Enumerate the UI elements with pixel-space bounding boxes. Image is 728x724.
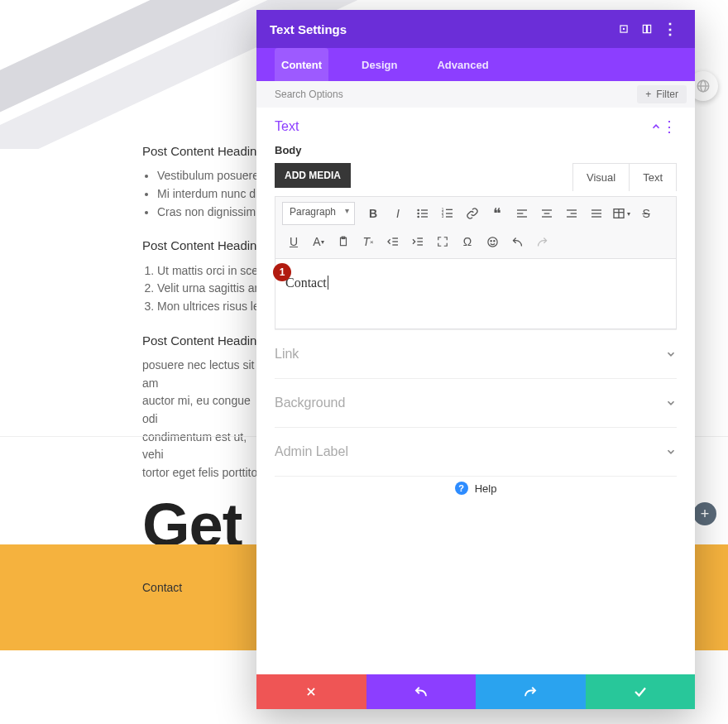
chevron-up-icon[interactable] bbox=[650, 121, 662, 132]
svg-rect-19 bbox=[446, 216, 453, 217]
redo-button[interactable] bbox=[476, 674, 586, 709]
svg-rect-11 bbox=[421, 213, 428, 213]
blockquote-icon[interactable]: ❝ bbox=[486, 202, 509, 225]
svg-rect-7 bbox=[648, 25, 651, 32]
undo-button[interactable] bbox=[366, 674, 477, 709]
undo-icon[interactable] bbox=[505, 230, 529, 253]
accordion-link[interactable]: Link bbox=[275, 329, 677, 378]
body-label: Body bbox=[275, 144, 677, 156]
svg-text:3: 3 bbox=[442, 214, 444, 218]
special-char-icon[interactable]: Ω bbox=[456, 230, 479, 253]
format-select[interactable]: Paragraph bbox=[282, 202, 355, 225]
section-title: Text bbox=[275, 119, 299, 134]
tab-design[interactable]: Design bbox=[355, 48, 404, 81]
editor-toolbar: Paragraph B I 123 ❝ ▾ S U A▾ T× bbox=[275, 196, 677, 259]
chevron-down-icon bbox=[665, 397, 677, 409]
strikethrough-icon[interactable]: S bbox=[635, 202, 658, 225]
chevron-down-icon bbox=[665, 446, 677, 458]
help-label: Help bbox=[475, 482, 497, 495]
add-media-button[interactable]: ADD MEDIA bbox=[275, 163, 351, 188]
link-icon[interactable] bbox=[461, 202, 484, 225]
plus-icon: + bbox=[645, 89, 651, 100]
text-section-header[interactable]: Text ⋮ bbox=[275, 119, 677, 134]
align-left-icon[interactable] bbox=[510, 202, 534, 225]
svg-point-44 bbox=[491, 240, 491, 241]
editor-text: Contact bbox=[285, 276, 328, 290]
filter-button[interactable]: + Filter bbox=[637, 85, 687, 103]
svg-point-5 bbox=[623, 28, 625, 30]
table-icon[interactable]: ▾ bbox=[610, 202, 633, 225]
modal-body: Text ⋮ Body ADD MEDIA Visual Text Paragr… bbox=[256, 108, 695, 674]
align-center-icon[interactable] bbox=[535, 202, 558, 225]
help-row[interactable]: ? Help bbox=[275, 476, 677, 500]
svg-rect-9 bbox=[421, 209, 428, 210]
svg-rect-17 bbox=[446, 213, 453, 213]
redo-icon[interactable] bbox=[530, 230, 553, 253]
svg-point-10 bbox=[417, 213, 419, 215]
modal-tabs: Content Design Advanced bbox=[256, 48, 695, 81]
save-button[interactable] bbox=[586, 674, 696, 709]
cancel-button[interactable] bbox=[256, 674, 366, 709]
svg-rect-15 bbox=[446, 209, 453, 210]
step-badge-1: 1 bbox=[273, 263, 291, 281]
editor-tab-visual[interactable]: Visual bbox=[573, 164, 629, 191]
editor-content-area[interactable]: 1 Contact bbox=[275, 259, 677, 329]
underline-icon[interactable]: U bbox=[282, 230, 305, 253]
snap-icon[interactable] bbox=[635, 17, 659, 41]
fullscreen-icon[interactable] bbox=[431, 230, 454, 253]
filter-row: Search Options + Filter bbox=[256, 81, 695, 108]
modal-title: Text Settings bbox=[270, 22, 347, 36]
italic-icon[interactable]: I bbox=[386, 202, 410, 225]
align-right-icon[interactable] bbox=[560, 202, 583, 225]
svg-point-8 bbox=[417, 209, 419, 212]
filter-label: Filter bbox=[656, 89, 678, 100]
indent-icon[interactable] bbox=[406, 230, 429, 253]
section-kebab-icon[interactable]: ⋮ bbox=[662, 119, 677, 134]
contact-section-text: Contact bbox=[142, 581, 182, 594]
svg-rect-13 bbox=[421, 216, 428, 217]
svg-point-12 bbox=[417, 216, 419, 218]
svg-rect-6 bbox=[643, 25, 646, 32]
bulleted-list-icon[interactable] bbox=[411, 202, 434, 225]
help-icon: ? bbox=[455, 482, 468, 495]
tab-advanced[interactable]: Advanced bbox=[430, 48, 495, 81]
accordion-background[interactable]: Background bbox=[275, 378, 677, 427]
numbered-list-icon[interactable]: 123 bbox=[436, 202, 459, 225]
emoji-icon[interactable] bbox=[481, 230, 504, 253]
tab-content[interactable]: Content bbox=[275, 48, 328, 81]
accordion-admin-label[interactable]: Admin Label bbox=[275, 427, 677, 476]
kebab-icon[interactable]: ⋮ bbox=[659, 17, 682, 41]
search-options-input[interactable]: Search Options bbox=[275, 89, 343, 100]
editor-mode-tabs: Visual Text bbox=[572, 163, 677, 191]
modal-titlebar[interactable]: Text Settings ⋮ bbox=[256, 10, 695, 48]
svg-point-45 bbox=[493, 240, 494, 241]
chevron-down-icon bbox=[665, 348, 677, 360]
modal-action-bar bbox=[256, 674, 695, 709]
expand-icon[interactable] bbox=[612, 17, 635, 41]
outdent-icon[interactable] bbox=[381, 230, 405, 253]
paste-icon[interactable] bbox=[332, 230, 355, 253]
text-settings-modal: Text Settings ⋮ Content Design Advanced … bbox=[256, 10, 695, 709]
text-color-icon[interactable]: A▾ bbox=[307, 230, 330, 253]
editor-tab-text[interactable]: Text bbox=[629, 164, 676, 191]
align-justify-icon[interactable] bbox=[585, 202, 608, 225]
clear-format-icon[interactable]: T× bbox=[357, 230, 380, 253]
bold-icon[interactable]: B bbox=[362, 202, 385, 225]
svg-point-43 bbox=[487, 237, 496, 246]
add-section-button[interactable]: + bbox=[693, 502, 716, 525]
